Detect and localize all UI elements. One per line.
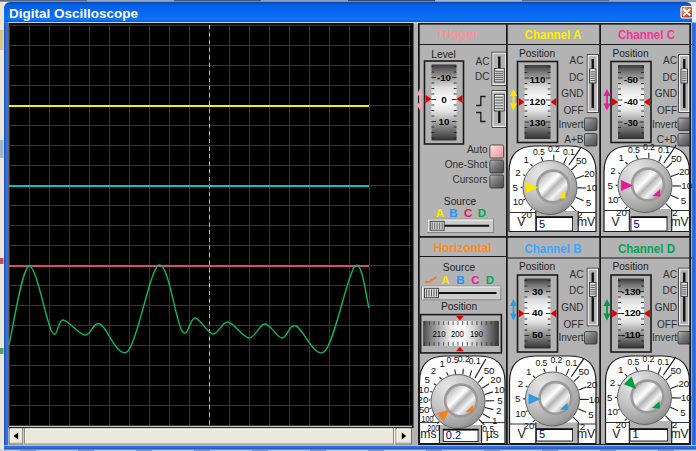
svg-text:DC: DC	[663, 72, 677, 83]
svg-text:A: A	[436, 207, 444, 219]
svg-text:mV: mV	[670, 427, 689, 441]
svg-text:-130: -130	[621, 286, 641, 297]
svg-text:5: 5	[512, 182, 518, 193]
svg-text:5: 5	[515, 393, 521, 404]
svg-text:ms: ms	[420, 427, 436, 441]
svg-text:0.5: 0.5	[533, 146, 545, 157]
svg-text:Source: Source	[443, 262, 476, 273]
svg-text:Level: Level	[431, 49, 455, 60]
svg-text:10: 10	[608, 194, 619, 205]
svg-text:Position: Position	[519, 261, 555, 272]
svg-text:AC: AC	[570, 55, 584, 66]
svg-text:0.2: 0.2	[642, 353, 654, 364]
svg-text:V: V	[612, 215, 621, 229]
svg-text:Channel D: Channel D	[618, 242, 675, 256]
svg-text:50: 50	[419, 404, 430, 415]
svg-text:GND: GND	[655, 302, 677, 313]
svg-text:200: 200	[451, 328, 464, 339]
svg-text:Cursors: Cursors	[452, 174, 487, 185]
svg-text:0.1: 0.1	[469, 355, 481, 366]
svg-text:10: 10	[439, 116, 450, 127]
svg-text:mV: mV	[577, 427, 596, 441]
svg-text:-110: -110	[621, 329, 641, 340]
svg-text:190: 190	[470, 328, 483, 339]
svg-text:1: 1	[526, 366, 531, 377]
svg-text:mV: mV	[577, 215, 596, 229]
svg-text:GND: GND	[561, 88, 583, 99]
svg-text:20: 20	[584, 168, 595, 179]
svg-text:AC: AC	[663, 55, 677, 66]
svg-text:0.5: 0.5	[628, 144, 640, 155]
svg-text:50: 50	[576, 155, 587, 166]
svg-text:AC: AC	[570, 269, 584, 280]
svg-text:110: 110	[530, 74, 546, 85]
svg-text:0.5: 0.5	[535, 357, 547, 368]
svg-text:AC: AC	[476, 56, 490, 67]
svg-text:V: V	[517, 215, 526, 229]
svg-text:Channel A: Channel A	[525, 28, 582, 42]
svg-text:Trigger: Trigger	[436, 27, 479, 41]
svg-text:0.2: 0.2	[550, 354, 562, 365]
svg-text:50: 50	[532, 329, 543, 340]
svg-text:2: 2	[515, 167, 520, 178]
svg-text:Position: Position	[519, 48, 555, 59]
svg-text:-50: -50	[624, 74, 639, 85]
svg-text:10: 10	[418, 384, 429, 395]
svg-text:210: 210	[433, 328, 446, 339]
svg-text:Position: Position	[612, 261, 648, 272]
svg-text:40: 40	[532, 307, 543, 318]
svg-text:5: 5	[539, 428, 545, 440]
svg-text:Channel B: Channel B	[525, 242, 582, 256]
svg-text:Position: Position	[441, 301, 477, 312]
svg-text:2: 2	[610, 377, 615, 388]
svg-text:5: 5	[539, 218, 545, 230]
svg-text:OFF: OFF	[657, 319, 677, 330]
svg-text:GND: GND	[561, 302, 583, 313]
svg-text:AC: AC	[663, 269, 677, 280]
svg-text:V: V	[612, 427, 621, 441]
svg-text:B: B	[449, 207, 457, 219]
svg-text:30: 30	[532, 286, 543, 297]
svg-text:-10: -10	[437, 72, 452, 83]
svg-text:0.1: 0.1	[565, 357, 577, 368]
svg-text:5: 5	[607, 180, 613, 191]
svg-text:20: 20	[678, 378, 689, 389]
svg-text:µs: µs	[486, 427, 499, 441]
svg-text:Channel C: Channel C	[618, 28, 675, 42]
svg-text:0.1: 0.1	[658, 144, 670, 155]
svg-text:0.1: 0.1	[563, 146, 575, 157]
svg-text:C: C	[471, 274, 479, 286]
svg-text:0.1: 0.1	[657, 356, 669, 367]
svg-text:Auto: Auto	[467, 144, 488, 155]
svg-text:GND: GND	[655, 88, 677, 99]
svg-text:5: 5	[634, 218, 640, 230]
svg-text:C: C	[464, 207, 472, 219]
svg-text:0.5: 0.5	[627, 356, 639, 367]
svg-text:5: 5	[607, 392, 613, 403]
svg-text:DC: DC	[663, 285, 677, 296]
svg-text:1: 1	[618, 364, 623, 375]
svg-text:-30: -30	[624, 117, 639, 128]
svg-text:Position: Position	[612, 48, 648, 59]
svg-text:50: 50	[671, 153, 682, 164]
svg-text:5: 5	[425, 374, 431, 385]
svg-text:-120: -120	[621, 307, 641, 318]
svg-text:10: 10	[515, 408, 526, 419]
svg-text:20: 20	[679, 166, 690, 177]
svg-text:DC: DC	[475, 71, 489, 82]
svg-text:130: 130	[529, 117, 546, 128]
svg-text:1: 1	[618, 152, 623, 163]
svg-text:10: 10	[589, 394, 600, 405]
svg-text:Invert: Invert	[558, 119, 583, 130]
svg-text:100: 100	[422, 413, 434, 424]
svg-text:Horizontal: Horizontal	[434, 241, 492, 255]
svg-text:1: 1	[633, 428, 639, 440]
svg-text:DC: DC	[569, 285, 583, 296]
svg-text:Invert: Invert	[652, 119, 677, 130]
svg-text:0.2: 0.2	[548, 143, 560, 154]
svg-text:2: 2	[610, 165, 615, 176]
svg-text:Invert: Invert	[558, 332, 583, 343]
svg-text:1: 1	[523, 154, 528, 165]
svg-text:2: 2	[431, 365, 436, 376]
svg-text:10: 10	[607, 406, 618, 417]
